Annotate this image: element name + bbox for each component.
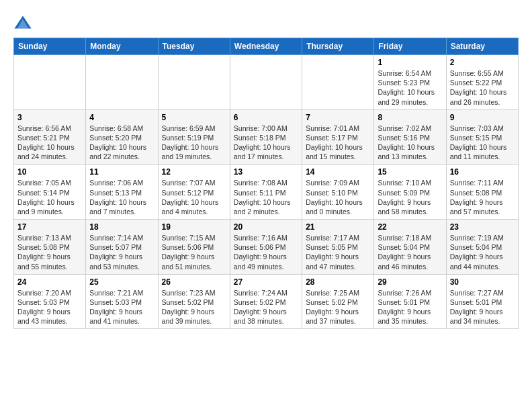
calendar-day-empty — [302, 55, 374, 110]
day-info: Sunrise: 7:08 AM Sunset: 5:11 PM Dayligh… — [234, 178, 298, 216]
day-info: Sunrise: 6:58 AM Sunset: 5:20 PM Dayligh… — [89, 124, 154, 162]
calendar-day-9: 9Sunrise: 7:03 AM Sunset: 5:15 PM Daylig… — [446, 109, 518, 165]
day-info: Sunrise: 7:09 AM Sunset: 5:10 PM Dayligh… — [306, 178, 370, 216]
calendar-day-22: 22Sunrise: 7:18 AM Sunset: 5:04 PM Dayli… — [374, 220, 446, 275]
day-number: 13 — [234, 167, 298, 177]
calendar-day-13: 13Sunrise: 7:08 AM Sunset: 5:11 PM Dayli… — [230, 165, 302, 220]
calendar-day-5: 5Sunrise: 6:59 AM Sunset: 5:19 PM Daylig… — [158, 109, 230, 165]
calendar-day-8: 8Sunrise: 7:02 AM Sunset: 5:16 PM Daylig… — [374, 109, 446, 165]
day-info: Sunrise: 7:10 AM Sunset: 5:09 PM Dayligh… — [378, 178, 442, 216]
day-info: Sunrise: 7:05 AM Sunset: 5:14 PM Dayligh… — [17, 178, 82, 216]
calendar-day-23: 23Sunrise: 7:19 AM Sunset: 5:04 PM Dayli… — [446, 220, 518, 275]
day-info: Sunrise: 7:03 AM Sunset: 5:15 PM Dayligh… — [450, 124, 515, 162]
calendar-day-21: 21Sunrise: 7:17 AM Sunset: 5:05 PM Dayli… — [302, 220, 374, 275]
calendar-day-30: 30Sunrise: 7:27 AM Sunset: 5:01 PM Dayli… — [446, 274, 518, 329]
day-number: 1 — [378, 58, 442, 67]
day-number: 21 — [306, 222, 370, 232]
day-number: 26 — [162, 277, 226, 287]
day-number: 16 — [450, 167, 515, 177]
day-info: Sunrise: 6:55 AM Sunset: 5:22 PM Dayligh… — [450, 68, 515, 107]
day-header-thursday: Thursday — [302, 38, 374, 55]
day-number: 5 — [162, 113, 226, 122]
calendar-day-3: 3Sunrise: 6:56 AM Sunset: 5:21 PM Daylig… — [14, 109, 86, 165]
calendar-day-15: 15Sunrise: 7:10 AM Sunset: 5:09 PM Dayli… — [374, 165, 446, 220]
day-number: 30 — [450, 277, 515, 287]
calendar-day-14: 14Sunrise: 7:09 AM Sunset: 5:10 PM Dayli… — [302, 165, 374, 220]
calendar-day-empty — [230, 55, 302, 110]
calendar-day-empty — [158, 55, 230, 110]
calendar-day-28: 28Sunrise: 7:25 AM Sunset: 5:02 PM Dayli… — [302, 274, 374, 329]
day-number: 15 — [378, 167, 442, 177]
day-number: 14 — [306, 167, 370, 177]
day-info: Sunrise: 6:56 AM Sunset: 5:21 PM Dayligh… — [17, 124, 82, 162]
calendar-day-17: 17Sunrise: 7:13 AM Sunset: 5:08 PM Dayli… — [14, 220, 86, 275]
day-number: 3 — [17, 113, 82, 122]
day-number: 27 — [234, 277, 298, 287]
day-info: Sunrise: 7:14 AM Sunset: 5:07 PM Dayligh… — [89, 233, 154, 271]
day-info: Sunrise: 7:17 AM Sunset: 5:05 PM Dayligh… — [306, 233, 370, 271]
calendar-day-18: 18Sunrise: 7:14 AM Sunset: 5:07 PM Dayli… — [86, 220, 158, 275]
calendar-day-2: 2Sunrise: 6:55 AM Sunset: 5:22 PM Daylig… — [446, 55, 518, 110]
day-info: Sunrise: 7:13 AM Sunset: 5:08 PM Dayligh… — [17, 233, 82, 271]
day-number: 24 — [17, 277, 82, 287]
day-header-monday: Monday — [86, 38, 158, 55]
day-header-tuesday: Tuesday — [158, 38, 230, 55]
day-number: 8 — [378, 113, 442, 122]
calendar-day-12: 12Sunrise: 7:07 AM Sunset: 5:12 PM Dayli… — [158, 165, 230, 220]
day-number: 22 — [378, 222, 442, 232]
calendar-week-row: 24Sunrise: 7:20 AM Sunset: 5:03 PM Dayli… — [14, 274, 519, 329]
calendar-day-empty — [86, 55, 158, 110]
calendar-day-empty — [14, 55, 86, 110]
day-number: 4 — [89, 113, 154, 122]
calendar-day-16: 16Sunrise: 7:11 AM Sunset: 5:08 PM Dayli… — [446, 165, 518, 220]
calendar-day-6: 6Sunrise: 7:00 AM Sunset: 5:18 PM Daylig… — [230, 109, 302, 165]
logo — [13, 13, 35, 32]
day-number: 19 — [162, 222, 226, 232]
day-number: 6 — [234, 113, 298, 122]
calendar-day-7: 7Sunrise: 7:01 AM Sunset: 5:17 PM Daylig… — [302, 109, 374, 165]
day-number: 7 — [306, 113, 370, 122]
calendar-week-row: 10Sunrise: 7:05 AM Sunset: 5:14 PM Dayli… — [14, 165, 519, 220]
day-info: Sunrise: 7:01 AM Sunset: 5:17 PM Dayligh… — [306, 124, 370, 162]
calendar-day-10: 10Sunrise: 7:05 AM Sunset: 5:14 PM Dayli… — [14, 165, 86, 220]
page-header — [13, 13, 519, 32]
logo-icon — [13, 13, 32, 32]
calendar-day-24: 24Sunrise: 7:20 AM Sunset: 5:03 PM Dayli… — [14, 274, 86, 329]
day-number: 25 — [89, 277, 154, 287]
calendar-day-20: 20Sunrise: 7:16 AM Sunset: 5:06 PM Dayli… — [230, 220, 302, 275]
day-info: Sunrise: 7:27 AM Sunset: 5:01 PM Dayligh… — [450, 288, 515, 326]
day-info: Sunrise: 7:00 AM Sunset: 5:18 PM Dayligh… — [234, 124, 298, 162]
calendar-day-4: 4Sunrise: 6:58 AM Sunset: 5:20 PM Daylig… — [86, 109, 158, 165]
day-header-sunday: Sunday — [14, 38, 86, 55]
day-info: Sunrise: 7:15 AM Sunset: 5:06 PM Dayligh… — [162, 233, 226, 271]
calendar-day-25: 25Sunrise: 7:21 AM Sunset: 5:03 PM Dayli… — [86, 274, 158, 329]
day-number: 10 — [17, 167, 82, 177]
day-info: Sunrise: 7:18 AM Sunset: 5:04 PM Dayligh… — [378, 233, 442, 271]
calendar-week-row: 1Sunrise: 6:54 AM Sunset: 5:23 PM Daylig… — [14, 55, 519, 110]
day-info: Sunrise: 7:25 AM Sunset: 5:02 PM Dayligh… — [306, 288, 370, 326]
day-number: 28 — [306, 277, 370, 287]
day-info: Sunrise: 7:19 AM Sunset: 5:04 PM Dayligh… — [450, 233, 515, 271]
day-info: Sunrise: 7:07 AM Sunset: 5:12 PM Dayligh… — [162, 178, 226, 216]
day-info: Sunrise: 7:23 AM Sunset: 5:02 PM Dayligh… — [162, 288, 226, 326]
calendar-day-29: 29Sunrise: 7:26 AM Sunset: 5:01 PM Dayli… — [374, 274, 446, 329]
day-info: Sunrise: 7:16 AM Sunset: 5:06 PM Dayligh… — [234, 233, 298, 271]
calendar-week-row: 17Sunrise: 7:13 AM Sunset: 5:08 PM Dayli… — [14, 220, 519, 275]
calendar-day-26: 26Sunrise: 7:23 AM Sunset: 5:02 PM Dayli… — [158, 274, 230, 329]
calendar-header-row: SundayMondayTuesdayWednesdayThursdayFrid… — [14, 38, 519, 55]
day-header-friday: Friday — [374, 38, 446, 55]
day-info: Sunrise: 7:06 AM Sunset: 5:13 PM Dayligh… — [89, 178, 154, 216]
day-number: 11 — [89, 167, 154, 177]
calendar-week-row: 3Sunrise: 6:56 AM Sunset: 5:21 PM Daylig… — [14, 109, 519, 165]
day-info: Sunrise: 7:24 AM Sunset: 5:02 PM Dayligh… — [234, 288, 298, 326]
day-info: Sunrise: 7:20 AM Sunset: 5:03 PM Dayligh… — [17, 288, 82, 326]
day-number: 23 — [450, 222, 515, 232]
calendar-day-1: 1Sunrise: 6:54 AM Sunset: 5:23 PM Daylig… — [374, 55, 446, 110]
day-number: 20 — [234, 222, 298, 232]
day-header-saturday: Saturday — [446, 38, 518, 55]
day-number: 9 — [450, 113, 515, 122]
day-number: 12 — [162, 167, 226, 177]
day-number: 17 — [17, 222, 82, 232]
calendar-day-19: 19Sunrise: 7:15 AM Sunset: 5:06 PM Dayli… — [158, 220, 230, 275]
day-info: Sunrise: 7:26 AM Sunset: 5:01 PM Dayligh… — [378, 288, 442, 326]
